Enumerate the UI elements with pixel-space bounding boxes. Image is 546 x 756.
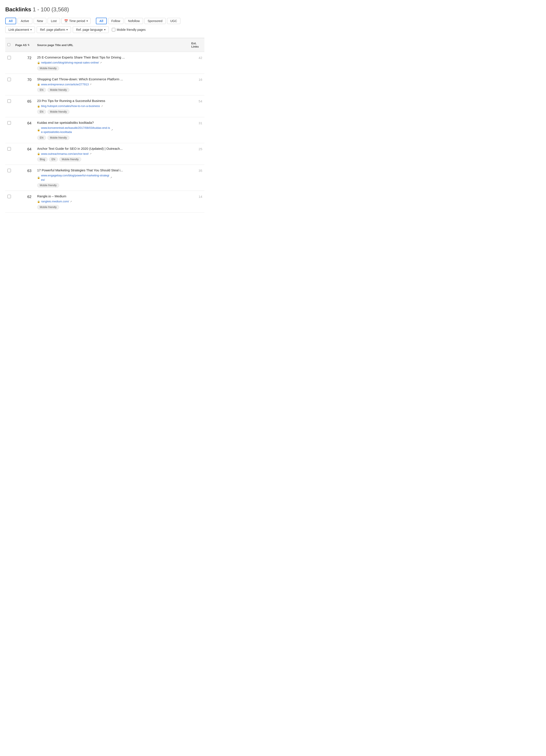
filter-row-2: Link placement Ref. page platform Ref. p…	[5, 26, 204, 33]
linktype-follow-button[interactable]: Follow	[108, 18, 123, 24]
page-as-value: 64	[13, 120, 35, 126]
select-all-checkbox[interactable]	[7, 43, 10, 46]
source-title: 23 Pro Tips for Running a Successful Bus…	[37, 98, 187, 103]
page-as-value: 63	[13, 168, 35, 173]
page-as-value: 62	[13, 194, 35, 199]
source-link[interactable]: www.engagebay.com/blog/powerful-marketin…	[41, 173, 109, 182]
row-checkbox[interactable]	[7, 121, 11, 125]
tags-container: EN Mobile friendly	[37, 136, 187, 140]
page-as-value: 72	[13, 55, 35, 60]
source-title: Shopping Cart Throw-down: Which Ecommerc…	[37, 77, 187, 81]
lock-icon: 🔒	[37, 200, 40, 203]
tag: Mobile friendly	[37, 205, 59, 209]
row-checkbox[interactable]	[7, 78, 11, 81]
row-checkbox[interactable]	[7, 56, 11, 59]
title-text: Backlinks	[5, 6, 31, 13]
source-link[interactable]: blog.hubspot.com/sales/how-to-run-a-busi…	[41, 104, 100, 108]
tags-container: EN Mobile friendly	[37, 110, 187, 114]
row-checkbox-cell	[5, 168, 13, 172]
source-link[interactable]: rangleio.medium.com/	[41, 199, 69, 204]
tag: Blog	[37, 157, 48, 162]
tag: EN	[37, 136, 46, 140]
source-link[interactable]: neilpatel.com/blog/driving-repeat-sales-…	[41, 60, 99, 65]
table-row: 72 25 E-Commerce Experts Share Their Bes…	[5, 52, 204, 74]
header-source-title: Source page Title and URL	[35, 42, 189, 48]
status-new-button[interactable]: New	[34, 18, 46, 24]
external-link-icon: ↗	[110, 176, 112, 179]
table-row: 63 17 Powerful Marketing Strategies That…	[5, 165, 204, 191]
status-lost-button[interactable]: Lost	[48, 18, 60, 24]
source-url: 🔒 www.konverentsid.ee/kasulik/2017/08/03…	[37, 126, 187, 134]
linktype-ugc-button[interactable]: UGC	[167, 18, 180, 24]
ref-page-language-dropdown[interactable]: Ref. page language	[73, 26, 108, 33]
row-checkbox-cell	[5, 146, 13, 151]
source-url: 🔒 rangleio.medium.com/ ↗	[37, 199, 187, 204]
backlinks-table: Page AS ⇅ Source page Title and URL Ext.…	[5, 38, 204, 213]
source-url: 🔒 www.outreachmama.com/anchor-text/ ↗	[37, 152, 187, 156]
source-title: Anchor Text Guide for SEO in 2020 (Updat…	[37, 146, 187, 151]
row-checkbox[interactable]	[7, 195, 11, 198]
external-link-icon: ↗	[70, 200, 72, 203]
source-link[interactable]: www.entrepreneur.com/article/277913	[41, 82, 89, 87]
ext-links-value: 16	[189, 77, 204, 81]
tag: Mobile friendly	[47, 88, 69, 92]
mobile-friendly-checkbox[interactable]	[112, 28, 115, 31]
lock-icon: 🔒	[37, 176, 40, 179]
sort-icon: ⇅	[28, 44, 29, 46]
tags-container: EN Mobile friendly	[37, 88, 187, 92]
source-cell: Shopping Cart Throw-down: Which Ecommerc…	[35, 77, 189, 92]
external-link-icon: ↗	[89, 83, 91, 86]
source-title: 25 E-Commerce Experts Share Their Best T…	[37, 55, 187, 60]
lock-icon: 🔒	[37, 83, 40, 86]
ext-links-value: 42	[189, 55, 204, 60]
link-placement-dropdown[interactable]: Link placement	[5, 26, 35, 33]
calendar-icon: 📅	[64, 19, 68, 23]
row-checkbox[interactable]	[7, 169, 11, 172]
time-period-button[interactable]: 📅 Time period	[61, 18, 91, 24]
source-cell: 25 E-Commerce Experts Share Their Best T…	[35, 55, 189, 71]
row-checkbox-cell	[5, 98, 13, 103]
external-link-icon: ↗	[101, 104, 103, 108]
source-cell: 17 Powerful Marketing Strategies That Yo…	[35, 168, 189, 188]
row-checkbox-cell	[5, 194, 13, 198]
source-link[interactable]: www.outreachmama.com/anchor-text/	[41, 152, 89, 156]
tags-container: Blog EN Mobile friendly	[37, 157, 187, 162]
ext-links-value: 35	[189, 168, 204, 172]
row-checkbox[interactable]	[7, 147, 11, 151]
ext-links-value: 14	[189, 194, 204, 198]
tags-container: Mobile friendly	[37, 205, 187, 209]
tag: Mobile friendly	[47, 136, 69, 140]
ext-links-value: 54	[189, 98, 204, 103]
row-checkbox[interactable]	[7, 99, 11, 103]
source-link[interactable]: www.konverentsid.ee/kasulik/2017/08/03/k…	[41, 126, 110, 134]
source-cell: Rangle.io – Medium 🔒 rangleio.medium.com…	[35, 194, 189, 209]
lock-icon: 🔒	[37, 61, 40, 65]
source-title: Rangle.io – Medium	[37, 194, 187, 198]
table-row: 65 23 Pro Tips for Running a Successful …	[5, 95, 204, 117]
source-url: 🔒 neilpatel.com/blog/driving-repeat-sale…	[37, 60, 187, 65]
tag: EN	[49, 157, 58, 162]
linktype-nofollow-button[interactable]: Nofollow	[125, 18, 143, 24]
page-title: Backlinks 1 - 100 (3,568)	[5, 6, 204, 13]
table-header-row: Page AS ⇅ Source page Title and URL Ext.…	[5, 38, 204, 52]
status-all-button[interactable]: All	[5, 18, 16, 24]
source-url: 🔒 www.engagebay.com/blog/powerful-market…	[37, 173, 187, 182]
ref-page-platform-dropdown[interactable]: Ref. page platform	[37, 26, 71, 33]
header-page-as[interactable]: Page AS ⇅	[13, 42, 35, 48]
lock-icon: 🔒	[37, 152, 40, 156]
table-row: 70 Shopping Cart Throw-down: Which Ecomm…	[5, 74, 204, 96]
range-text: 1 - 100	[33, 6, 50, 13]
tag: Mobile friendly	[37, 183, 59, 188]
table-row: 64 Anchor Text Guide for SEO in 2020 (Up…	[5, 143, 204, 165]
external-link-icon: ↗	[89, 152, 91, 156]
tag: Mobile friendly	[47, 110, 69, 114]
linktype-sponsored-button[interactable]: Sponsored	[144, 18, 166, 24]
source-cell: Kuidas end ise spetsialistiks koolitada?…	[35, 120, 189, 140]
tag: EN	[37, 88, 46, 92]
status-active-button[interactable]: Active	[17, 18, 32, 24]
mobile-friendly-filter[interactable]: Mobile friendly pages	[112, 28, 146, 31]
linktype-all-button[interactable]: All	[96, 18, 107, 24]
ext-links-value: 31	[189, 120, 204, 125]
source-cell: Anchor Text Guide for SEO in 2020 (Updat…	[35, 146, 189, 162]
ext-links-value: 25	[189, 146, 204, 151]
